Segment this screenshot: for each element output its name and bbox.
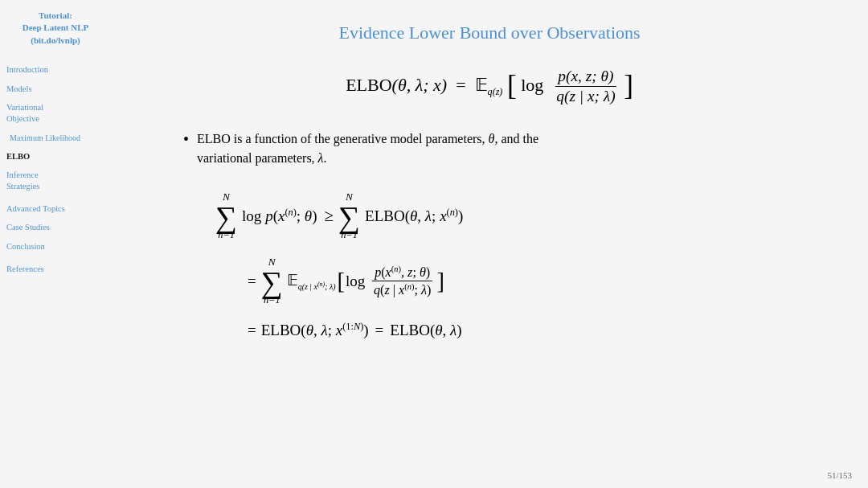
sidebar-item-casestudies[interactable]: Case Studies [6, 222, 104, 233]
page-number: 51/153 [827, 470, 852, 480]
sidebar-title-line2: Deep Latent NLP [23, 23, 89, 32]
sidebar-title-line3: (bit.do/lvnlp) [31, 35, 80, 45]
sidebar-item-inference[interactable]: InferenceStrategies [6, 170, 104, 191]
sidebar-title: Tutorial: Deep Latent NLP (bit.do/lvnlp) [6, 10, 104, 47]
sidebar-item-references[interactable]: References [6, 264, 104, 275]
sidebar-item-advanced[interactable]: Advanced Topics [6, 203, 104, 215]
sidebar-item-maxlikelihood[interactable]: Maximum Likelihood [6, 133, 104, 143]
derivation-block: N ∑ n=1 log p(x(n); θ) ≥ N ∑ n=1 ELBO(θ,… [215, 191, 828, 340]
derivation-line1: N ∑ n=1 log p(x(n); θ) ≥ N ∑ n=1 ELBO(θ,… [215, 191, 828, 241]
sidebar-item-introduction[interactable]: Introduction [6, 64, 104, 76]
bullet-text: ELBO is a function of the generative mod… [197, 129, 538, 168]
sidebar-item-elbo[interactable]: ELBO [6, 151, 104, 162]
bullet-elbo-description: • ELBO is a function of the generative m… [183, 129, 828, 168]
main-formula: ELBO(θ, λ; x) = 𝔼q(z) [ log p(x, z; θ) q… [151, 68, 828, 105]
derivation-line3: = ELBO(θ, λ; x(1:N)) = ELBO(θ, λ) [215, 321, 828, 339]
slide-title: Evidence Lower Bound over Observations [151, 23, 828, 43]
sidebar-item-variational[interactable]: VariationalObjective [6, 102, 104, 124]
derivation-line2: = N ∑ n=1 𝔼q(z | x(n); λ) [ log p(x(n), … [215, 256, 828, 306]
bullet-dot: • [183, 129, 189, 149]
main-content: Evidence Lower Bound over Observations E… [111, 0, 868, 488]
sidebar-title-line1: Tutorial: [39, 10, 72, 20]
sidebar-item-conclusion[interactable]: Conclusion [6, 241, 104, 252]
sidebar: Tutorial: Deep Latent NLP (bit.do/lvnlp)… [0, 0, 111, 488]
sidebar-item-models[interactable]: Models [6, 84, 104, 95]
